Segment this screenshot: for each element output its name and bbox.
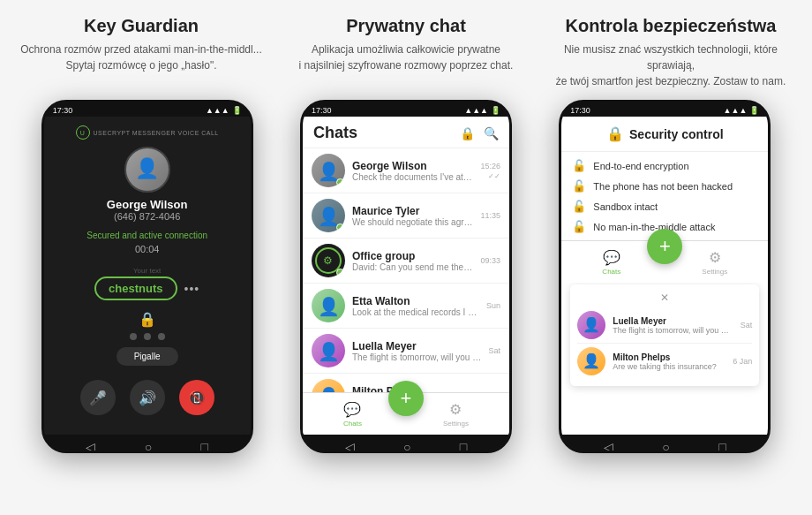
tab-chats-3[interactable]: 💬 Chats: [602, 249, 620, 276]
back-nav-3[interactable]: ◁: [604, 440, 613, 453]
settings-tab-label: Settings: [443, 420, 469, 428]
chat-header: Chats 🔒 🔍: [303, 117, 509, 148]
chat-time-0: 15:26: [480, 162, 500, 170]
chat-info-2: Office group David: Can you send me the …: [352, 250, 473, 272]
overlay-chat-1[interactable]: 👤 Milton Phelps Are we taking this insur…: [577, 344, 752, 379]
sec-lock-icon-2: 🔓: [572, 200, 586, 213]
recent-nav-3[interactable]: □: [718, 440, 726, 453]
end-call-button[interactable]: 📵: [179, 380, 214, 415]
chat-item-3[interactable]: 👤 Etta Walton Look at the medical record…: [303, 284, 509, 329]
chats-tab-icon: 💬: [343, 401, 361, 418]
overlay-name-1: Milton Phelps: [613, 352, 726, 362]
chat-info-4: Luella Meyer The flight is tomorrow, wil…: [352, 340, 481, 362]
recent-nav-2[interactable]: □: [460, 440, 467, 453]
overlay-time-1: 6 Jan: [733, 357, 752, 366]
password-display: chestnuts: [94, 276, 177, 300]
chat-preview-0: Check the documents I've attached...: [352, 172, 473, 182]
chat-name-1: Maurice Tyler: [352, 205, 473, 217]
phone1-nav: ◁ ○ □: [44, 435, 251, 453]
chat-list-title: Chats: [313, 124, 357, 142]
chat-info-0: George Wilson Check the documents I've a…: [352, 160, 473, 182]
caller-number: (646) 872-4046: [114, 211, 180, 222]
phones-row: 17:30 ▲▲▲ 🔋 U USECRYPT MESSENGER VOICE C…: [0, 100, 812, 453]
caller-avatar: 👤: [124, 147, 170, 193]
chat-time-3: Sun: [486, 301, 500, 310]
chat-item-4[interactable]: 👤 Luella Meyer The flight is tomorrow, w…: [303, 329, 509, 374]
home-nav-3[interactable]: ○: [662, 440, 669, 453]
avatar-2: ⚙: [312, 244, 345, 277]
settings-tab-label-3: Settings: [702, 268, 727, 276]
chat-meta-0: 15:26 ✓✓: [480, 162, 500, 180]
avatar-3: 👤: [312, 289, 345, 322]
settings-tab-icon-3: ⚙: [709, 249, 721, 266]
connect-button[interactable]: Pigalle: [117, 347, 178, 366]
security-control-title: Security control: [629, 127, 724, 141]
chat-meta-2: 09:33: [480, 256, 500, 265]
features-row: Key Guardian Ochrona rozmów przed atakam…: [0, 0, 812, 96]
sec-label-2: Sandbox intact: [593, 201, 658, 212]
search-icon[interactable]: 🔍: [484, 126, 499, 140]
phone-3: 17:30 ▲▲▲ 🔋 🔒 Security control 🔓 End-to-…: [559, 100, 771, 453]
home-nav-2[interactable]: ○: [403, 440, 410, 453]
chat-name-3: Etta Walton: [352, 295, 479, 307]
sec-lock-icon-1: 🔓: [572, 179, 586, 193]
tab-settings-3[interactable]: ⚙ Settings: [702, 249, 727, 276]
phone3-nav: ◁ ○ □: [561, 435, 768, 453]
caller-name: George Wilson: [107, 198, 188, 211]
chat-preview-1: We should negotiate this agreem...: [352, 217, 473, 227]
back-nav[interactable]: ◁: [86, 440, 95, 453]
security-item-2: 🔓 Sandbox intact: [572, 200, 757, 213]
fab-add-button[interactable]: +: [388, 381, 424, 416]
phone2-tab-bar: 💬 Chats + ⚙ Settings: [303, 392, 509, 435]
phone-2: 17:30 ▲▲▲ 🔋 Chats 🔒 🔍 👤: [300, 100, 512, 453]
sec-lock-icon-3: 🔓: [572, 220, 586, 233]
fab-add-button-3[interactable]: +: [647, 229, 682, 264]
chat-item-1[interactable]: 👤 Maurice Tyler We should negotiate this…: [303, 193, 509, 239]
key-guardian-desc: Ochrona rozmów przed atakami man-in-the-…: [20, 42, 261, 73]
chat-meta-1: 11:35: [480, 211, 500, 220]
more-options-icon[interactable]: •••: [184, 282, 200, 296]
recent-nav[interactable]: □: [200, 440, 207, 453]
overlay-close[interactable]: ✕: [577, 292, 752, 304]
chat-meta-4: Sat: [488, 346, 500, 355]
chat-name-0: George Wilson: [352, 160, 473, 172]
lock-header-icon: 🔒: [460, 126, 475, 140]
chat-item-0[interactable]: 👤 George Wilson Check the documents I've…: [303, 148, 509, 193]
settings-tab-icon: ⚙: [449, 401, 462, 418]
chat-meta-3: Sun: [486, 301, 500, 310]
private-chat-desc: Aplikacja umożliwia całkowicie prywatnei…: [299, 42, 514, 73]
read-icon-0: ✓✓: [488, 172, 500, 180]
security-lock-icon: 🔒: [606, 125, 624, 142]
chat-list: 👤 George Wilson Check the documents I've…: [303, 148, 509, 392]
usecrypt-logo: U: [76, 125, 90, 140]
chat-name-2: Office group: [352, 250, 473, 262]
tab-chats[interactable]: 💬 Chats: [343, 401, 362, 428]
security-item-1: 🔓 The phone has not been hacked: [572, 179, 757, 193]
phone-1: 17:30 ▲▲▲ 🔋 U USECRYPT MESSENGER VOICE C…: [41, 100, 253, 453]
chat-info-1: Maurice Tyler We should negotiate this a…: [352, 205, 473, 227]
tab-settings[interactable]: ⚙ Settings: [443, 401, 469, 428]
avatar-1: 👤: [312, 199, 345, 232]
chat-time-4: Sat: [488, 346, 500, 355]
input-label: Your text: [133, 267, 161, 275]
chat-header-icons: 🔒 🔍: [460, 126, 499, 140]
chat-preview-2: David: Can you send me the invoi...: [352, 262, 473, 272]
phone2-time: 17:30: [312, 106, 332, 115]
usecrypt-header: U USECRYPT MESSENGER VOICE CALL: [76, 125, 219, 140]
call-timer: 00:04: [135, 244, 160, 254]
lock-icon: 🔒: [139, 311, 156, 328]
overlay-info-0: Luella Meyer The flight is tomorrow, wil…: [613, 316, 733, 335]
overlay-chat-0[interactable]: 👤 Luella Meyer The flight is tomorrow, w…: [577, 307, 752, 344]
security-title: Kontrola bezpieczeństwa: [566, 16, 777, 36]
home-nav[interactable]: ○: [145, 440, 152, 453]
mute-button[interactable]: 🎤: [80, 380, 116, 415]
chat-time-1: 11:35: [480, 211, 500, 220]
overlay-preview-0: The flight is tomorrow, will you be...: [613, 326, 733, 335]
speaker-button[interactable]: 🔊: [130, 380, 165, 415]
password-text: chestnuts: [109, 282, 162, 295]
chat-item-2[interactable]: ⚙ Office group David: Can you send me th…: [303, 239, 509, 284]
overlay-avatar-0: 👤: [577, 311, 605, 339]
back-nav-2[interactable]: ◁: [345, 440, 355, 453]
phone3-screen: 🔒 Security control 🔓 End-to-end encrypti…: [561, 117, 768, 435]
overlay-info-1: Milton Phelps Are we taking this insuran…: [613, 352, 726, 371]
